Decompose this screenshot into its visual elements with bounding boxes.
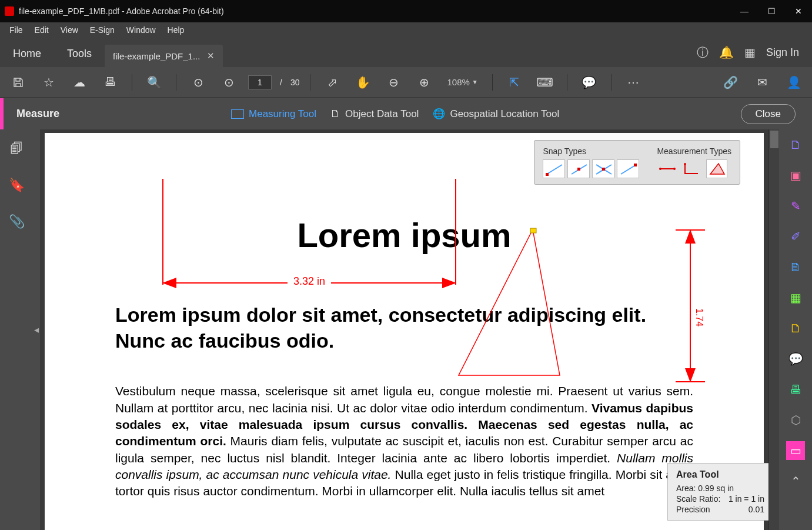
area-type-button[interactable] <box>706 159 727 178</box>
svg-rect-3 <box>546 173 549 176</box>
share-icon[interactable]: 🖶 <box>786 380 805 399</box>
fit-width-icon[interactable]: ⇱ <box>503 71 526 94</box>
v-dim-label: 1.74 <box>694 306 704 329</box>
menu-window[interactable]: Window <box>121 24 162 36</box>
keyboard-icon[interactable]: ⌨ <box>534 71 556 94</box>
menu-file[interactable]: File <box>4 24 29 36</box>
page-separator: / <box>280 78 282 87</box>
bookmarks-icon[interactable]: 🔖 <box>9 178 25 193</box>
area-tool-popup: Area Tool Area: 0.99 sq in Scale Ratio:1… <box>667 463 768 521</box>
svg-rect-5 <box>577 168 580 171</box>
minimize-button[interactable]: — <box>731 0 758 22</box>
search-icon[interactable]: 🔍 <box>143 71 165 94</box>
menu-esign[interactable]: E-Sign <box>84 24 121 36</box>
more-icon[interactable]: ⋯ <box>622 71 644 94</box>
edit-pdf-icon[interactable]: ✐ <box>786 227 805 246</box>
object-data-tool-button[interactable]: 🗋 Object Data Tool <box>323 105 426 124</box>
perimeter-type-button[interactable] <box>681 159 703 178</box>
svg-rect-10 <box>634 164 637 166</box>
help-icon[interactable]: ⓘ <box>697 45 709 61</box>
thumbnails-icon[interactable]: 🗐 <box>10 141 23 156</box>
measuring-tool-button[interactable]: Measuring Tool <box>224 105 323 124</box>
protect-icon[interactable]: ⬡ <box>786 411 805 429</box>
measure-accent <box>0 98 4 130</box>
zoom-out-icon[interactable]: ⊖ <box>382 71 405 94</box>
zoom-dropdown[interactable]: 108% ▼ <box>443 77 481 87</box>
menu-bar: File Edit View E-Sign Window Help <box>0 22 812 38</box>
menu-edit[interactable]: Edit <box>29 24 55 36</box>
menu-help[interactable]: Help <box>162 24 191 36</box>
organize-icon[interactable]: ▦ <box>786 288 805 307</box>
app-icon <box>5 6 14 16</box>
comment-icon[interactable]: 💬 <box>578 71 600 94</box>
snap-endpoint-button[interactable] <box>543 159 565 178</box>
object-data-icon: 🗋 <box>330 108 340 120</box>
attachments-icon[interactable]: 📎 <box>9 214 25 229</box>
distance-type-button[interactable] <box>657 159 678 178</box>
window-title: file-example_PDF_1MB.pdf - Adobe Acrobat… <box>19 6 224 16</box>
document-tab-label: file-example_PDF_1... <box>113 51 200 61</box>
svg-marker-15 <box>710 164 724 174</box>
ruler-icon <box>231 109 244 119</box>
menu-view[interactable]: View <box>55 24 84 36</box>
main-toolbar: ☆ ☁ 🖶 🔍 ⊙ ⊙ / 30 ⬀ ✋ ⊖ ⊕ 108% ▼ ⇱ ⌨ 💬 ⋯ … <box>0 67 812 98</box>
close-measure-button[interactable]: Close <box>741 104 796 124</box>
collapse-left-button[interactable]: ◂ <box>33 129 40 530</box>
svg-point-14 <box>684 163 686 165</box>
pdf-page: Lorem ipsum Lorem ipsum dolor sit amet, … <box>45 133 764 530</box>
snap-perpendicular-button[interactable] <box>617 159 639 178</box>
page-total: 30 <box>290 78 300 87</box>
snap-intersection-button[interactable] <box>592 159 614 178</box>
close-tab-icon[interactable]: ✕ <box>207 51 215 61</box>
svg-point-12 <box>659 168 661 170</box>
left-sidebar: 🗐 🔖 📎 <box>0 129 33 530</box>
area-tool-title: Area Tool <box>676 469 764 480</box>
select-icon[interactable]: ⬀ <box>321 71 343 94</box>
snap-midpoint-button[interactable] <box>567 159 590 178</box>
vertical-scrollbar[interactable] <box>768 129 779 530</box>
notifications-icon[interactable]: 🔔 <box>719 45 734 59</box>
combine-icon[interactable]: ▣ <box>786 166 805 185</box>
h-dim-label: 3.32 in <box>288 275 331 288</box>
profile-icon[interactable]: 👤 <box>783 71 805 94</box>
measure-toolbar: Measure Measuring Tool 🗋 Object Data Too… <box>0 98 812 129</box>
snap-types-label: Snap Types <box>543 146 639 156</box>
document-tab[interactable]: file-example_PDF_1... ✕ <box>105 45 223 67</box>
document-viewport[interactable]: Lorem ipsum Lorem ipsum dolor sit amet, … <box>40 129 768 530</box>
page-number-input[interactable] <box>248 75 272 89</box>
zoom-in-icon[interactable]: ⊕ <box>413 71 435 94</box>
hand-icon[interactable]: ✋ <box>352 71 374 94</box>
star-icon[interactable]: ☆ <box>38 71 60 94</box>
create-pdf-icon[interactable]: 🗋 <box>786 135 805 154</box>
expand-panel-icon[interactable]: ⌃ <box>786 472 805 491</box>
mail-icon[interactable]: ✉ <box>751 71 773 94</box>
fill-sign-icon[interactable]: ✎ <box>786 196 805 215</box>
measure-title: Measure <box>16 108 59 120</box>
right-tools-panel: 🗋 ▣ ✎ ✐ 🗎 ▦ 🗋 💬 🖶 ⬡ ▭ ⌃ <box>779 129 812 530</box>
measurement-types-label: Measurement Types <box>657 146 731 156</box>
tab-bar: Home Tools file-example_PDF_1... ✕ ⓘ 🔔 ▦… <box>0 38 812 67</box>
doc-heading-2: Lorem ipsum dolor sit amet, consectetur … <box>115 302 693 354</box>
snap-types-popup: Snap Types Measurement Types <box>534 140 740 185</box>
tools-tab[interactable]: Tools <box>54 41 105 67</box>
measure-panel-icon[interactable]: ▭ <box>786 441 805 460</box>
title-bar: file-example_PDF_1MB.pdf - Adobe Acrobat… <box>0 0 812 22</box>
scrollbar-thumb[interactable] <box>770 131 778 148</box>
page-down-icon[interactable]: ⊙ <box>218 71 240 94</box>
export-icon[interactable]: 🗎 <box>786 258 805 276</box>
page-up-icon[interactable]: ⊙ <box>187 71 209 94</box>
home-tab[interactable]: Home <box>0 41 54 67</box>
sign-in-button[interactable]: Sign In <box>766 46 799 59</box>
geospatial-tool-button[interactable]: 🌐 Geospatial Location Tool <box>426 104 566 124</box>
link-icon[interactable]: 🔗 <box>719 71 741 94</box>
svg-point-13 <box>673 168 676 170</box>
close-window-button[interactable]: ✕ <box>785 0 812 22</box>
apps-icon[interactable]: ▦ <box>744 45 756 59</box>
comments-icon[interactable]: 💬 <box>786 349 805 368</box>
compress-icon[interactable]: 🗋 <box>786 319 805 338</box>
maximize-button[interactable]: ☐ <box>758 0 785 22</box>
save-icon[interactable] <box>7 71 29 94</box>
cloud-icon[interactable]: ☁ <box>68 71 91 94</box>
print-icon[interactable]: 🖶 <box>99 71 121 94</box>
svg-rect-8 <box>602 168 605 171</box>
